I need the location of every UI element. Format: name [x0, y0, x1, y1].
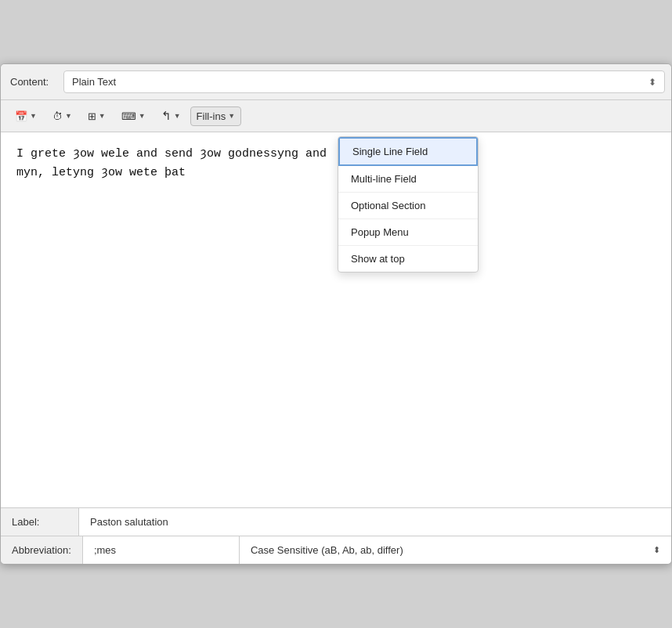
- keyboard-button[interactable]: ⌨ ▼: [115, 106, 152, 126]
- case-sensitive-select[interactable]: Case Sensitive (aB, Ab, ab, differ) ⬍: [240, 536, 671, 564]
- abbr-field-label: Abbreviation:: [1, 536, 83, 564]
- content-row: Content: Plain Text ⬍: [1, 64, 671, 100]
- content-label: Content:: [1, 76, 63, 88]
- case-select-arrow: ⬍: [653, 545, 660, 555]
- bottom-section: Label: Paston salutation Abbreviation: ;…: [1, 508, 671, 564]
- content-select-arrow: ⬍: [649, 77, 656, 88]
- dropdown-item-optional-section[interactable]: Optional Section: [338, 193, 478, 219]
- fill-ins-dropdown: Single Line Field Multi-line Field Optio…: [338, 136, 479, 272]
- fill-ins-button[interactable]: Fill-ins ▼: [190, 106, 241, 126]
- abbr-row: Abbreviation: ;mes Case Sensitive (aB, A…: [1, 536, 671, 564]
- cursor-arrow: ▼: [174, 112, 181, 120]
- abbr-field-value[interactable]: ;mes: [83, 536, 240, 564]
- content-select[interactable]: Plain Text ⬍: [63, 70, 665, 93]
- fill-ins-label: Fill-ins: [197, 110, 226, 122]
- grid-arrow: ▼: [99, 112, 106, 120]
- label-field-value[interactable]: Paston salutation: [79, 508, 671, 536]
- content-select-value: Plain Text: [72, 76, 649, 88]
- calendar-icon: 📅: [15, 110, 27, 122]
- toolbar: 📅 ▼ ⏱ ▼ ⊞ ▼ ⌨ ▼ ↰ ▼ Fill-ins ▼ Single Li…: [1, 100, 671, 132]
- dropdown-item-show-at-top[interactable]: Show at top: [338, 246, 478, 272]
- cursor-icon: ↰: [161, 109, 172, 123]
- clock-arrow: ▼: [65, 112, 72, 120]
- case-sensitive-label: Case Sensitive (aB, Ab, ab, differ): [251, 544, 403, 556]
- grid-button[interactable]: ⊞ ▼: [81, 106, 112, 126]
- fill-ins-arrow: ▼: [228, 112, 235, 120]
- calendar-arrow: ▼: [30, 112, 37, 120]
- label-row: Label: Paston salutation: [1, 508, 671, 536]
- cursor-button[interactable]: ↰ ▼: [155, 105, 187, 127]
- grid-icon: ⊞: [88, 110, 96, 122]
- editor-area[interactable]: I grete ȝow wele and send ȝow godnessyng…: [1, 132, 671, 508]
- clock-button[interactable]: ⏱ ▼: [46, 106, 78, 126]
- dropdown-item-single-line[interactable]: Single Line Field: [338, 137, 478, 166]
- dropdown-item-popup-menu[interactable]: Popup Menu: [338, 219, 478, 246]
- main-window: Content: Plain Text ⬍ 📅 ▼ ⏱ ▼ ⊞ ▼ ⌨ ▼ ↰ …: [0, 63, 672, 565]
- editor-content: I grete ȝow wele and send ȝow godnessyng…: [16, 147, 327, 179]
- clock-icon: ⏱: [52, 110, 63, 122]
- dropdown-item-multi-line[interactable]: Multi-line Field: [338, 166, 478, 193]
- calendar-button[interactable]: 📅 ▼: [9, 106, 43, 126]
- keyboard-arrow: ▼: [139, 112, 146, 120]
- keyboard-icon: ⌨: [121, 110, 136, 122]
- label-field-label: Label:: [1, 508, 79, 536]
